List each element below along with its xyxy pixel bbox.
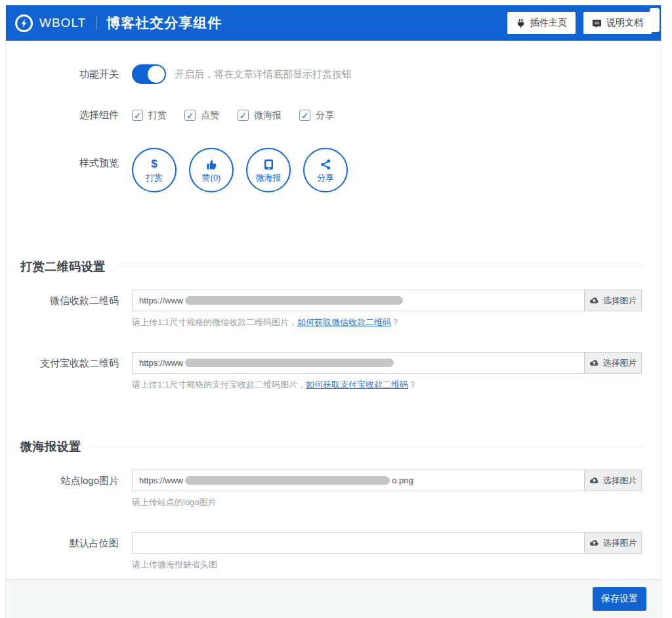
wechat-qr-label: 微信收款二维码 — [20, 290, 119, 327]
default-placeholder-help: 请上传微海报缺省头图 — [132, 559, 644, 569]
dollar-icon: $ — [151, 156, 157, 171]
alipay-qr-help: 请上传1:1尺寸规格的支付宝收款二维码图片，如何获取支付宝收款二维码？ — [132, 379, 644, 389]
alipay-qr-choose-image-button[interactable]: 选择图片 — [584, 352, 642, 374]
docs-button[interactable]: 说明文档 — [583, 12, 652, 34]
components-label: 选择组件 — [20, 109, 119, 121]
section-divider — [91, 447, 644, 447]
choose-image-label: 选择图片 — [603, 295, 637, 307]
field-default-placeholder: 默认占位图 选择图片 请上传微海报缺省头图 — [20, 532, 644, 569]
site-logo-help: 请上传站点的logo图片 — [132, 497, 644, 507]
feature-toggle-switch[interactable] — [132, 64, 166, 84]
plugin-home-button[interactable]: 插件主页 — [507, 12, 576, 34]
component-checkbox-like[interactable]: ✓ 点赞 — [184, 110, 219, 121]
alipay-qr-help-link[interactable]: 如何获取支付宝收款二维码 — [306, 380, 408, 389]
header-divider — [96, 16, 96, 30]
page-title: 博客社交分享组件 — [106, 14, 222, 32]
preview-share-button[interactable]: 分享 — [303, 148, 348, 192]
preview-reward-button[interactable]: $ 打赏 — [132, 148, 177, 192]
checkbox-label: 微海报 — [254, 110, 282, 121]
checkbox-label: 打赏 — [148, 110, 167, 121]
document-icon — [592, 18, 602, 28]
preview-label: 打赏 — [146, 172, 163, 184]
wechat-qr-input[interactable]: https://www — [132, 290, 585, 311]
field-wechat-qr: 微信收款二维码 https://www 选择图片 — [20, 290, 644, 327]
wechat-qr-help: 请上传1:1尺寸规格的微信收款二维码图片，如何获取微信收款二维码？ — [132, 317, 644, 327]
url-prefix: https://www — [139, 296, 183, 305]
brand-name: WBOLT — [39, 16, 86, 30]
checkbox-checked-icon: ✓ — [299, 110, 310, 121]
row-feature-toggle: 功能开关 开启后，将在文章详情底部显示打赏按钮 — [20, 64, 644, 84]
feature-toggle-hint: 开启后，将在文章详情底部显示打赏按钮 — [175, 64, 352, 84]
site-logo-label: 站点logo图片 — [20, 470, 119, 507]
section-title: 打赏二维码设置 — [20, 259, 106, 275]
docs-label: 说明文档 — [606, 17, 643, 29]
site-logo-input[interactable]: https://www o.png — [132, 470, 585, 491]
share-icon — [320, 156, 332, 171]
url-suffix: o.png — [392, 475, 413, 485]
preview-label: 赞(0) — [202, 172, 221, 184]
redacted-url — [185, 296, 403, 305]
default-placeholder-label: 默认占位图 — [20, 532, 119, 569]
field-alipay-qr: 支付宝收款二维码 https://www 选择图片 — [20, 352, 644, 389]
alipay-qr-input[interactable]: https://www — [132, 352, 585, 374]
cloud-upload-icon — [589, 358, 599, 368]
row-components: 选择组件 ✓ 打赏 ✓ 点赞 ✓ 微海报 ✓ — [20, 109, 644, 121]
checkbox-label: 点赞 — [201, 110, 219, 121]
default-placeholder-choose-image-button[interactable]: 选择图片 — [584, 532, 642, 554]
choose-image-label: 选择图片 — [603, 537, 637, 549]
components-group: ✓ 打赏 ✓ 点赞 ✓ 微海报 ✓ 分享 — [132, 110, 349, 121]
url-prefix: https://www — [139, 358, 183, 368]
preview-label: 分享 — [317, 172, 334, 184]
app-header: WBOLT 博客社交分享组件 插件主页 说明文档 — [6, 5, 661, 41]
preview-poster-button[interactable]: 微海报 — [246, 148, 291, 192]
settings-form: 功能开关 开启后，将在文章详情底部显示打赏按钮 选择组件 ✓ 打赏 ✓ 点赞 — [6, 41, 661, 579]
cloud-upload-icon — [589, 475, 599, 485]
poster-icon — [262, 156, 275, 171]
footer-bar: 保存设置 — [6, 579, 661, 618]
section-poster-settings: 微海报设置 — [20, 439, 644, 454]
preview-like-button[interactable]: 赞(0) — [189, 148, 234, 192]
brand: WBOLT 博客社交分享组件 — [15, 14, 222, 32]
preview-label: 微海报 — [256, 172, 282, 184]
preview-buttons: $ 打赏 赞(0) 微海报 — [132, 148, 348, 192]
site-logo-choose-image-button[interactable]: 选择图片 — [584, 470, 642, 491]
row-style-preview: 样式预览 $ 打赏 赞(0) — [20, 148, 644, 192]
alipay-qr-label: 支付宝收款二维码 — [20, 352, 119, 389]
plug-icon — [516, 18, 526, 28]
cloud-upload-icon — [589, 538, 599, 548]
feature-toggle-label: 功能开关 — [20, 64, 119, 84]
field-site-logo: 站点logo图片 https://www o.png 选择图片 — [20, 470, 644, 507]
style-preview-label: 样式预览 — [20, 148, 119, 192]
url-prefix: https://www — [139, 475, 183, 485]
component-checkbox-share[interactable]: ✓ 分享 — [299, 110, 334, 121]
component-checkbox-reward[interactable]: ✓ 打赏 — [132, 110, 167, 121]
scrollbar-thumb[interactable] — [650, 8, 660, 32]
redacted-url — [185, 476, 390, 485]
header-actions: 插件主页 说明文档 — [507, 12, 652, 34]
checkbox-checked-icon: ✓ — [184, 110, 196, 121]
settings-container: WBOLT 博客社交分享组件 插件主页 说明文档 功能开关 — [5, 5, 662, 618]
choose-image-label: 选择图片 — [603, 475, 637, 487]
redacted-url — [185, 359, 394, 367]
wechat-qr-help-link[interactable]: 如何获取微信收款二维码 — [297, 317, 391, 327]
wbolt-logo-icon — [15, 14, 33, 32]
plugin-home-label: 插件主页 — [530, 17, 567, 29]
checkbox-label: 分享 — [316, 110, 334, 121]
plugin-settings-page: WBOLT 博客社交分享组件 插件主页 说明文档 功能开关 — [0, 0, 672, 618]
toggle-knob — [148, 66, 165, 83]
choose-image-label: 选择图片 — [603, 357, 637, 369]
component-checkbox-poster[interactable]: ✓ 微海报 — [238, 110, 282, 121]
save-settings-button[interactable]: 保存设置 — [593, 587, 646, 611]
section-divider — [115, 267, 644, 267]
wechat-qr-choose-image-button[interactable]: 选择图片 — [584, 290, 642, 311]
section-title: 微海报设置 — [20, 439, 81, 454]
default-placeholder-input[interactable] — [132, 532, 585, 554]
thumbs-up-icon — [205, 156, 218, 171]
checkbox-checked-icon: ✓ — [238, 110, 249, 121]
section-qr-settings: 打赏二维码设置 — [20, 259, 644, 274]
checkbox-checked-icon: ✓ — [132, 110, 143, 121]
cloud-upload-icon — [589, 296, 599, 305]
